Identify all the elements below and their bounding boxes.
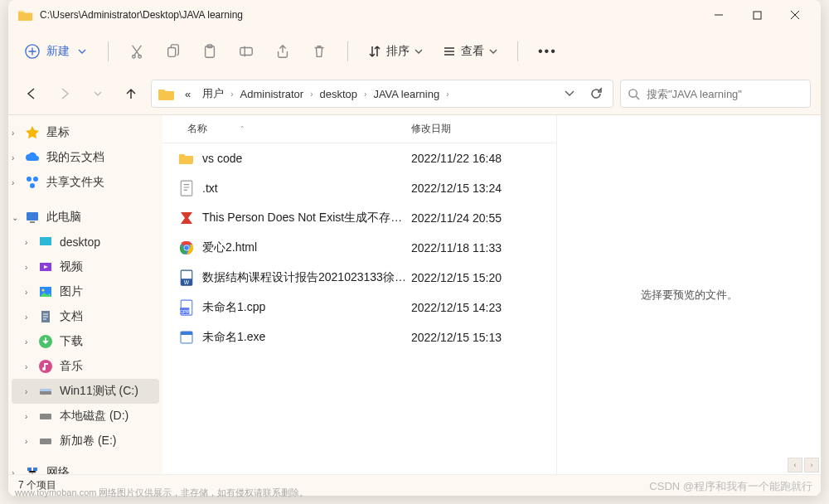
file-date: 2022/11/18 11:33 — [411, 241, 556, 254]
folder-icon — [18, 9, 33, 21]
copy-button[interactable] — [157, 36, 190, 66]
separator — [347, 41, 348, 61]
maximize-button[interactable] — [738, 2, 776, 28]
column-date[interactable]: 修改日期 — [411, 122, 556, 136]
sidebar-item-network[interactable]: ›网络 — [8, 460, 162, 474]
sidebar-item-video[interactable]: ›视频 — [8, 254, 162, 279]
svg-rect-24 — [33, 468, 37, 471]
chevron-right-icon[interactable]: › — [230, 90, 233, 99]
file-date: 2022/11/24 20:55 — [411, 211, 556, 225]
file-name: This Person Does Not Exist生成不存在... — [202, 211, 410, 225]
file-row[interactable]: 爱心2.html 2022/11/18 11:33 — [162, 233, 556, 263]
separator — [517, 41, 518, 61]
delete-button[interactable] — [303, 36, 336, 66]
sidebar-item-documents[interactable]: ›文档 — [8, 304, 162, 329]
new-label: 新建 — [46, 44, 70, 59]
network-icon — [25, 465, 40, 474]
view-button[interactable]: 查看 — [434, 39, 506, 64]
scroll-left-button[interactable]: ‹ — [788, 458, 802, 472]
search-icon — [628, 88, 640, 100]
sidebar-item-share[interactable]: ›共享文件夹 — [8, 170, 162, 195]
dropdown-button[interactable] — [556, 81, 583, 106]
breadcrumb[interactable]: Administrator — [235, 85, 309, 104]
address-bar[interactable]: « 用户 › Administrator › desktop › JAVA le… — [151, 80, 613, 108]
content-area: ›星标 ›我的云文档 ›共享文件夹 ⌄此电脑 ›desktop ›视频 ›图片 … — [8, 114, 821, 474]
svg-rect-22 — [40, 439, 51, 444]
star-icon — [25, 125, 40, 140]
chevron-down-icon — [489, 49, 497, 54]
svg-rect-0 — [754, 12, 761, 19]
file-area: 名称˄ 修改日期 vs code 2022/11/22 16:48 .txt 2… — [162, 115, 821, 474]
cloud-icon — [25, 150, 40, 165]
close-button[interactable] — [776, 2, 814, 28]
preview-text: 选择要预览的文件。 — [641, 288, 738, 303]
chevron-right-icon[interactable]: › — [364, 90, 366, 99]
share-button[interactable] — [266, 36, 299, 66]
more-button[interactable]: ••• — [530, 39, 565, 64]
sidebar-item-desktop[interactable]: ›desktop — [8, 230, 162, 254]
file-name: 爱心2.html — [202, 240, 257, 255]
chevron-right-icon[interactable]: › — [446, 90, 448, 99]
forward-button[interactable] — [51, 80, 78, 107]
recent-button[interactable] — [85, 80, 111, 107]
file-name: 数据结构课程设计报告2021023133徐毅... — [202, 270, 410, 285]
svg-point-6 — [629, 89, 637, 96]
breadcrumb[interactable]: desktop — [315, 85, 363, 104]
svg-rect-21 — [40, 414, 51, 419]
breadcrumb[interactable]: « — [180, 85, 196, 104]
minimize-button[interactable] — [700, 2, 738, 28]
exe-icon — [179, 330, 194, 345]
paste-button[interactable] — [193, 36, 226, 66]
titlebar[interactable]: C:\Users\Administrator\Desktop\JAVA lear… — [8, 0, 821, 30]
file-row[interactable]: 未命名1.exe 2022/12/15 15:13 — [162, 322, 556, 352]
cpp-icon: CPP — [179, 300, 194, 315]
chevron-right-icon[interactable]: › — [310, 90, 313, 99]
sidebar: ›星标 ›我的云文档 ›共享文件夹 ⌄此电脑 ›desktop ›视频 ›图片 … — [8, 115, 162, 474]
up-button[interactable] — [118, 80, 144, 107]
search-box[interactable] — [620, 80, 811, 108]
file-row[interactable]: .txt 2022/12/15 13:24 — [162, 173, 556, 203]
desktop-icon — [38, 235, 53, 250]
file-row[interactable]: CPP 未命名1.cpp 2022/12/15 14:23 — [162, 293, 556, 322]
folder-icon — [158, 87, 175, 100]
back-button[interactable] — [18, 80, 45, 107]
chrome-icon — [179, 240, 194, 255]
sidebar-item-downloads[interactable]: ›下载 — [8, 329, 162, 354]
svg-point-29 — [184, 245, 189, 250]
column-name[interactable]: 名称˄ — [162, 122, 411, 136]
preview-pane: 选择要预览的文件。 ‹ › — [556, 115, 821, 474]
pc-icon — [25, 210, 40, 225]
sort-button[interactable]: 排序 — [360, 39, 431, 64]
sidebar-item-cloud[interactable]: ›我的云文档 — [8, 145, 162, 170]
breadcrumb[interactable]: 用户 — [197, 83, 229, 104]
drive-icon — [38, 384, 53, 399]
svg-rect-12 — [40, 237, 51, 245]
sidebar-item-win11[interactable]: ›Win11测试 (C:) — [12, 379, 159, 404]
sidebar-item-pictures[interactable]: ›图片 — [8, 279, 162, 304]
svg-rect-20 — [40, 389, 51, 391]
sidebar-item-locald[interactable]: ›本地磁盘 (D:) — [8, 404, 162, 429]
file-row[interactable]: This Person Does Not Exist生成不存在... 2022/… — [162, 203, 556, 233]
preview-scroll: ‹ › — [788, 458, 819, 472]
new-button[interactable]: 新建 — [15, 39, 96, 64]
rename-button[interactable] — [230, 36, 263, 66]
sidebar-item-star[interactable]: ›星标 — [8, 120, 162, 145]
navigation-row: « 用户 › Administrator › desktop › JAVA le… — [8, 73, 821, 114]
breadcrumb[interactable]: JAVA learning — [368, 85, 444, 104]
downloads-icon — [38, 334, 53, 349]
refresh-button[interactable] — [583, 81, 609, 106]
scroll-right-button[interactable]: › — [804, 458, 819, 472]
cut-button[interactable] — [120, 36, 153, 66]
search-input[interactable] — [647, 88, 803, 100]
file-row[interactable]: vs code 2022/11/22 16:48 — [162, 143, 556, 173]
wps-icon — [179, 211, 194, 225]
svg-rect-23 — [27, 468, 32, 471]
sidebar-item-newe[interactable]: ›新加卷 (E:) — [8, 429, 162, 453]
file-row[interactable]: W 数据结构课程设计报告2021023133徐毅... 2022/12/15 1… — [162, 263, 556, 293]
sidebar-item-music[interactable]: ›音乐 — [8, 354, 162, 379]
sidebar-item-thispc[interactable]: ⌄此电脑 — [8, 205, 162, 230]
folder-icon — [179, 151, 194, 166]
music-icon — [38, 359, 53, 374]
svg-point-8 — [33, 177, 38, 182]
file-name: .txt — [202, 182, 218, 195]
